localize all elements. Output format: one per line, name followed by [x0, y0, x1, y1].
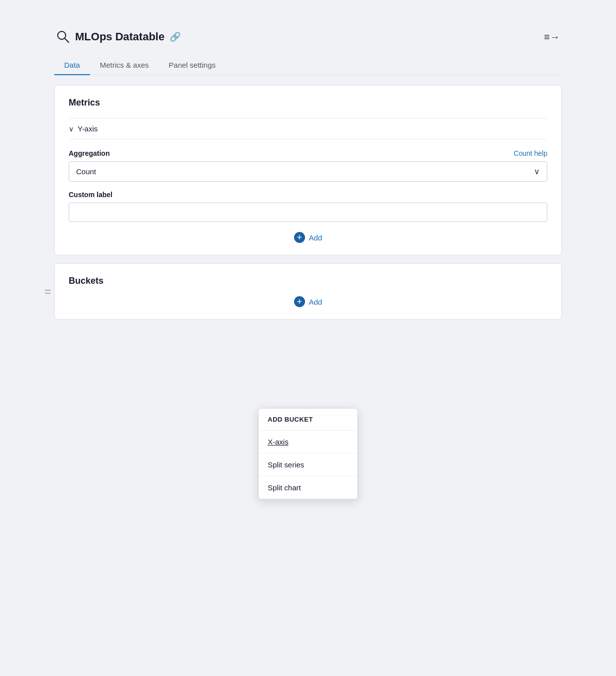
custom-label-label: Custom label [69, 191, 112, 199]
link-icon[interactable]: 🔗 [170, 31, 181, 42]
buckets-card: Buckets + Add [54, 263, 562, 320]
tab-data[interactable]: Data [54, 56, 90, 75]
add-bucket-dropdown: ADD BUCKET X-axis Split series Split cha… [258, 408, 358, 499]
add-bucket-header: ADD BUCKET [259, 409, 357, 431]
header: MLOps Datatable 🔗 ≡→ [54, 30, 562, 44]
drag-handle[interactable] [45, 290, 51, 294]
buckets-add-label: Add [309, 298, 322, 306]
metrics-add-button[interactable]: + Add [69, 232, 547, 243]
dropdown-item-split-chart[interactable]: Split chart [259, 476, 357, 499]
metrics-add-label: Add [309, 233, 322, 242]
dropdown-item-split-series[interactable]: Split series [259, 453, 357, 476]
page-title: MLOps Datatable [75, 30, 165, 43]
dropdown-item-x-axis[interactable]: X-axis [259, 431, 357, 453]
tab-metrics-axes[interactable]: Metrics & axes [90, 56, 159, 75]
menu-icon[interactable]: ≡→ [544, 31, 560, 43]
tab-panel-settings[interactable]: Panel settings [159, 56, 225, 75]
y-axis-label: Y-axis [78, 124, 98, 133]
header-left: MLOps Datatable 🔗 [56, 30, 181, 44]
custom-label-field-row: Custom label [69, 191, 547, 222]
aggregation-select[interactable]: Count ∨ [69, 161, 547, 182]
metrics-card-title: Metrics [69, 98, 547, 108]
aggregation-label-row: Aggregation Count help [69, 149, 547, 157]
aggregation-field-row: Aggregation Count help Count ∨ [69, 149, 547, 182]
search-circle-icon [56, 30, 70, 44]
page-container: MLOps Datatable 🔗 ≡→ Data Metrics & axes… [34, 20, 582, 656]
custom-label-row: Custom label [69, 191, 547, 199]
y-axis-header[interactable]: ∨ Y-axis [69, 118, 547, 139]
buckets-add-circle-icon: + [294, 296, 305, 307]
tabs-bar: Data Metrics & axes Panel settings [54, 56, 562, 75]
svg-line-1 [65, 38, 69, 42]
select-chevron-icon: ∨ [534, 167, 540, 176]
buckets-card-title: Buckets [69, 276, 547, 286]
buckets-add-button[interactable]: + Add [69, 296, 547, 307]
aggregation-label: Aggregation [69, 149, 109, 157]
custom-label-input[interactable] [69, 203, 547, 222]
add-circle-icon: + [294, 232, 305, 243]
aggregation-value: Count [76, 167, 96, 176]
count-help-link[interactable]: Count help [513, 149, 547, 157]
metrics-card: Metrics ∨ Y-axis Aggregation Count help … [54, 85, 562, 255]
chevron-down-icon: ∨ [69, 125, 74, 133]
